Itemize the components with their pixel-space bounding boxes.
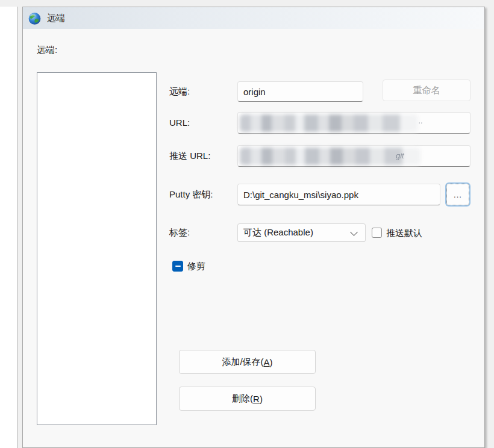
delete-label-suffix: ) xyxy=(260,394,263,404)
prune-label: 修剪 xyxy=(187,261,205,272)
add-save-label-suffix: ) xyxy=(270,357,273,367)
page-header: 远端 xyxy=(23,7,484,29)
tags-dropdown[interactable]: 可达 (Reachable) xyxy=(237,223,366,242)
url-remnant: .. xyxy=(419,116,423,125)
rename-button[interactable]: 重命名 xyxy=(383,79,471,101)
delete-label-prefix: 删除( xyxy=(232,393,253,405)
settings-tree-pane[interactable] xyxy=(0,7,17,448)
add-save-button[interactable]: 添加/保存(A) xyxy=(179,350,316,374)
push-default-checkbox[interactable] xyxy=(372,228,382,238)
url-label: URL: xyxy=(169,117,190,128)
prune-checkbox[interactable] xyxy=(172,261,183,272)
remote-list[interactable] xyxy=(37,72,157,425)
tags-selected-value: 可达 (Reachable) xyxy=(243,227,313,238)
add-save-label-prefix: 添加/保存( xyxy=(222,356,263,368)
remote-name-label: 远端: xyxy=(169,86,190,98)
delete-accesskey: R xyxy=(253,394,260,404)
url-input[interactable]: .. xyxy=(237,112,471,134)
remotes-list-label: 远端: xyxy=(37,45,57,56)
add-save-accesskey: A xyxy=(264,357,270,367)
censored-push-url-value xyxy=(240,148,421,165)
tags-label: 标签: xyxy=(169,227,190,238)
remote-settings-panel: 远端 远端: 远端: 重命名 URL: .. 推送 URL: git Putty… xyxy=(22,7,485,448)
push-url-remnant: git xyxy=(396,151,404,160)
putty-key-input[interactable] xyxy=(237,184,440,205)
settings-window: 远端 远端: 远端: 重命名 URL: .. 推送 URL: git Putty… xyxy=(0,0,494,448)
browse-button[interactable]: ... xyxy=(446,184,469,205)
indeterminate-dash-icon xyxy=(175,266,181,267)
globe-icon xyxy=(28,11,42,25)
chevron-down-icon xyxy=(350,228,358,236)
push-url-input[interactable]: git xyxy=(237,145,471,167)
push-url-label: 推送 URL: xyxy=(169,151,210,162)
remote-name-input[interactable] xyxy=(237,81,363,102)
page-title: 远端 xyxy=(47,13,65,24)
delete-button[interactable]: 删除(R) xyxy=(179,387,316,411)
push-default-label: 推送默认 xyxy=(386,228,422,239)
putty-key-label: Putty 密钥: xyxy=(169,189,213,201)
censored-url-value xyxy=(240,114,418,132)
